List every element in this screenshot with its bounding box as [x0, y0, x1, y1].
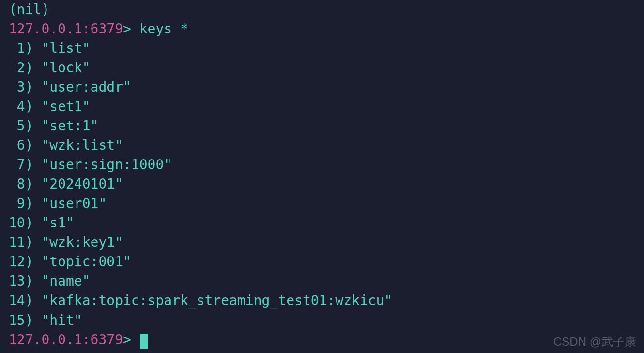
prompt-current-line[interactable]: 127.0.0.1:6379>: [9, 330, 635, 350]
result-row: 6) "wzk:list": [9, 136, 635, 155]
result-row: 2) "lock": [9, 58, 635, 78]
cursor-icon: [140, 334, 148, 349]
result-row: 3) "user:addr": [9, 78, 635, 97]
result-row: 12) "topic:001": [9, 252, 635, 272]
prompt-command-line: 127.0.0.1:6379> keys *: [9, 19, 635, 39]
result-row: 14) "kafka:topic:spark_streaming_test01:…: [9, 291, 635, 310]
result-row: 9) "user01": [9, 194, 635, 213]
result-row: 11) "wzk:key1": [9, 233, 635, 252]
result-row: 5) "set:1": [9, 116, 635, 136]
result-row: 13) "name": [9, 272, 635, 291]
result-row: 10) "s1": [9, 213, 635, 233]
result-row: 8) "20240101": [9, 175, 635, 194]
terminal-output[interactable]: (nil) 127.0.0.1:6379> keys * 1) "list" 2…: [9, 0, 635, 350]
watermark-text: CSDN @武子康: [553, 334, 636, 350]
result-row: 7) "user:sign:1000": [9, 155, 635, 175]
partial-prev-output: (nil): [9, 0, 635, 19]
result-row: 4) "set1": [9, 97, 635, 116]
result-row: 15) "hit": [9, 311, 635, 330]
result-row: 1) "list": [9, 39, 635, 58]
